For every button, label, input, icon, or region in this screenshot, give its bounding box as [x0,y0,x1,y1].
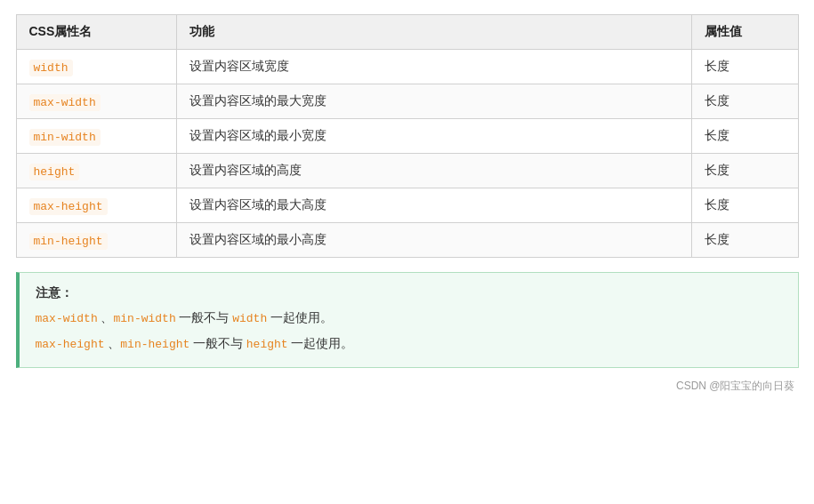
table-cell-prop: max-width [16,84,176,119]
note-prop-name: height [246,338,288,351]
table-cell-value: 长度 [691,119,798,154]
note-line: max-width 、min-width 一般不与 width 一起使用。 [36,308,782,329]
css-property-name: max-height [29,198,108,215]
col-header-name: CSS属性名 [16,15,176,50]
table-cell-desc: 设置内容区域宽度 [176,50,691,84]
table-cell-value: 长度 [691,223,798,258]
col-header-func: 功能 [176,15,691,50]
note-prop-name: min-height [120,338,189,351]
css-properties-table: CSS属性名 功能 属性值 width设置内容区域宽度长度max-width设置… [16,14,799,258]
note-box: 注意： max-width 、min-width 一般不与 width 一起使用… [16,272,799,368]
table-cell-prop: min-height [16,223,176,258]
table-cell-desc: 设置内容区域的最大高度 [176,188,691,223]
note-prop-name: min-width [113,312,175,325]
watermark: CSDN @阳宝宝的向日葵 [16,379,799,394]
table-cell-desc: 设置内容区域的高度 [176,154,691,188]
css-property-name: height [29,164,80,180]
table-row: min-width设置内容区域的最小宽度长度 [16,119,798,154]
table-cell-value: 长度 [691,188,798,223]
table-header-row: CSS属性名 功能 属性值 [16,15,798,50]
table-row: height设置内容区域的高度长度 [16,154,798,188]
table-cell-desc: 设置内容区域的最小宽度 [176,119,691,154]
col-header-value: 属性值 [691,15,798,50]
table-cell-prop: min-width [16,119,176,154]
table-cell-prop: max-height [16,188,176,223]
table-cell-prop: width [16,50,176,84]
table-cell-desc: 设置内容区域的最大宽度 [176,84,691,119]
table-cell-prop: height [16,154,176,188]
table-cell-value: 长度 [691,50,798,84]
css-property-name: max-width [29,94,101,111]
note-line: max-height 、min-height 一般不与 height 一起使用。 [36,334,782,355]
table-cell-value: 长度 [691,84,798,119]
note-prop-name: max-height [36,338,105,351]
css-property-name: min-height [29,233,108,250]
table-row: max-width设置内容区域的最大宽度长度 [16,84,798,119]
table-row: max-height设置内容区域的最大高度长度 [16,188,798,223]
note-prop-name: width [232,312,267,325]
page-container: CSS属性名 功能 属性值 width设置内容区域宽度长度max-width设置… [16,14,799,394]
table-cell-desc: 设置内容区域的最小高度 [176,223,691,258]
css-property-name: width [29,60,73,76]
table-row: min-height设置内容区域的最小高度长度 [16,223,798,258]
note-title: 注意： [36,285,782,301]
table-cell-value: 长度 [691,154,798,188]
note-prop-name: max-width [36,312,98,325]
css-property-name: min-width [29,129,101,146]
table-row: width设置内容区域宽度长度 [16,50,798,84]
